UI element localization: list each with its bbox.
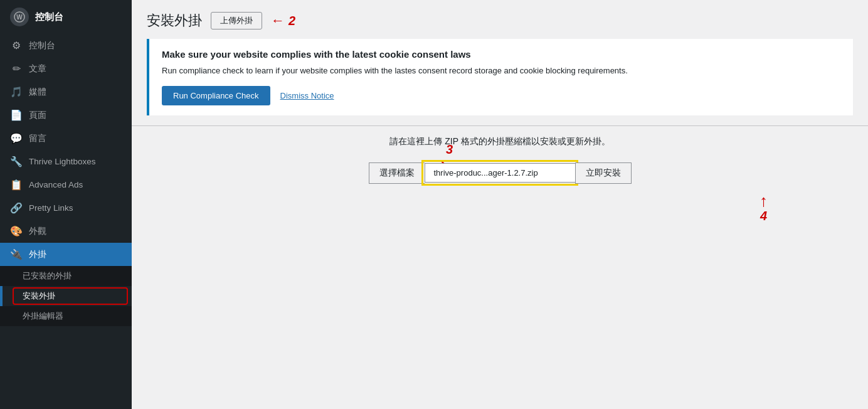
dismiss-notice-button[interactable]: Dismiss Notice	[280, 91, 334, 100]
left-arrow-icon: ←	[271, 13, 285, 29]
pretty-links-icon: 🔗	[10, 202, 23, 214]
file-input-row: 選擇檔案 thrive-produc...ager-1.2.7.zip 立即安裝…	[132, 162, 868, 184]
step-4-annotation: ↑ 4	[760, 193, 768, 223]
compliance-notice: Make sure your website complies with the…	[147, 39, 853, 115]
choose-file-button[interactable]: 選擇檔案	[369, 162, 425, 184]
sidebar-item-posts[interactable]: ✏ 文章	[0, 57, 132, 80]
wp-icon: W	[10, 8, 29, 26]
notice-description: Run compliance check to learn if your we…	[162, 65, 840, 77]
plugins-submenu: 已安裝的外掛 安裝外掛 外掛編輯器	[0, 266, 132, 326]
install-now-button[interactable]: 立即安裝	[575, 162, 632, 184]
sidebar: W 控制台 ⚙ 控制台 ✏ 文章 🎵 媒體 📄 頁面 �	[0, 0, 132, 409]
step-2-annotation: ← 2	[271, 13, 295, 29]
divider	[132, 125, 868, 126]
appearance-icon: 🎨	[10, 225, 23, 237]
page-title: 安裝外掛	[147, 11, 202, 30]
notice-description-text: Run compliance check to learn if your we…	[162, 66, 628, 75]
step-4-number: 4	[760, 209, 767, 223]
notice-actions: Run Compliance Check Dismiss Notice	[162, 86, 840, 105]
thrive-icon: 🔧	[10, 156, 23, 167]
posts-icon: ✏	[10, 63, 23, 75]
sidebar-item-comments[interactable]: 💬 留言	[0, 127, 132, 150]
sidebar-item-media[interactable]: 🎵 媒體	[0, 80, 132, 104]
step-3-number: 3	[446, 142, 453, 157]
sidebar-nav: ⚙ 控制台 ✏ 文章 🎵 媒體 📄 頁面 💬 留言 🔧 Thrive Lig	[0, 34, 132, 409]
sidebar-item-plugins[interactable]: 🔌 外掛	[0, 243, 132, 266]
dashboard-icon: ⚙	[10, 40, 23, 51]
pages-icon: 📄	[10, 109, 23, 121]
comments-icon: 💬	[10, 132, 23, 144]
upload-section-wrapper: 3 ↘ 請在這裡上傳 ZIP 格式的外掛壓縮檔以安裝或更新外掛。 選擇檔案 th…	[132, 136, 868, 184]
sidebar-item-pages[interactable]: 📄 頁面	[0, 104, 132, 127]
sidebar-subitem-installed-plugins[interactable]: 已安裝的外掛	[0, 266, 132, 286]
upload-plugin-button[interactable]: 上傳外掛	[211, 12, 262, 29]
site-title: 控制台	[35, 11, 63, 23]
sidebar-logo[interactable]: W 控制台	[0, 0, 132, 34]
sidebar-subitem-install-plugins[interactable]: 安裝外掛	[0, 286, 132, 306]
media-icon: 🎵	[10, 86, 23, 98]
sidebar-item-pretty-links[interactable]: 🔗 Pretty Links	[0, 196, 132, 220]
run-compliance-button[interactable]: Run Compliance Check	[162, 86, 270, 105]
svg-text:W: W	[16, 14, 23, 21]
step-4-arrow-icon: ↑	[760, 193, 768, 209]
advanced-ads-icon: 📋	[10, 179, 23, 191]
step-2-number: 2	[288, 14, 295, 28]
plugins-icon: 🔌	[10, 248, 23, 260]
upload-instruction: 請在這裡上傳 ZIP 格式的外掛壓縮檔以安裝或更新外掛。	[132, 136, 868, 147]
notice-title: Make sure your website complies with the…	[162, 49, 840, 60]
sidebar-item-appearance[interactable]: 🎨 外觀	[0, 220, 132, 243]
file-name-display: thrive-produc...ager-1.2.7.zip	[425, 163, 575, 183]
main-content: 1 安裝外掛 上傳外掛 ← 2 Make sure your website c…	[132, 0, 868, 409]
sidebar-item-advanced-ads[interactable]: 📋 Advanced Ads	[0, 173, 132, 196]
page-header: 1 安裝外掛 上傳外掛 ← 2	[132, 0, 868, 39]
sidebar-item-thrive-lightboxes[interactable]: 🔧 Thrive Lightboxes	[0, 150, 132, 173]
sidebar-item-dashboard[interactable]: ⚙ 控制台	[0, 34, 132, 57]
sidebar-subitem-plugin-editor[interactable]: 外掛編輯器	[0, 306, 132, 326]
